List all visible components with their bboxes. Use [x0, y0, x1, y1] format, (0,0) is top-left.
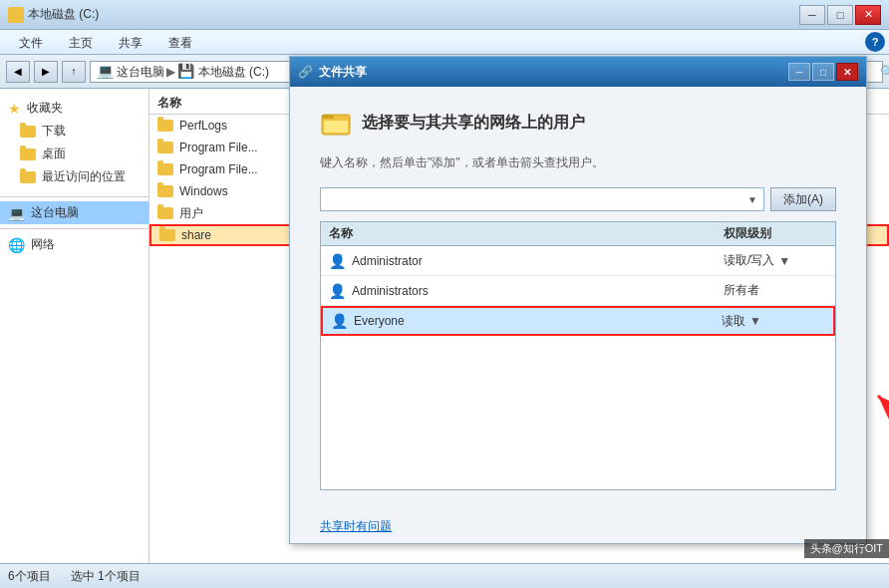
folder-icon	[157, 142, 173, 153]
watermark: 头条@知行OIT	[804, 539, 890, 558]
sidebar-item-network[interactable]: 🌐 网络	[0, 233, 148, 256]
breadcrumb-computer[interactable]: 💻 这台电脑	[97, 63, 164, 81]
folder-icon	[20, 148, 36, 160]
computer-icon: 💻	[8, 205, 25, 221]
table-row-everyone[interactable]: 👤 Everyone 读取 ▼	[321, 306, 835, 336]
watermark-text: 头条@知行OIT	[810, 541, 884, 556]
folder-icon	[20, 171, 36, 183]
window-icon	[8, 7, 24, 23]
star-icon: ★	[8, 101, 21, 117]
window-title: 本地磁盘 (C:)	[28, 6, 99, 23]
table-col-permission: 权限级别	[716, 225, 835, 242]
tab-share[interactable]: 共享	[106, 32, 155, 54]
user-icon: 👤	[329, 283, 346, 299]
breadcrumb-drive[interactable]: 💾 本地磁盘 (C:)	[177, 63, 269, 81]
dialog-title-icon: 🔗	[298, 65, 313, 79]
file-sharing-dialog: 🔗 文件共享 ─ □ ✕ 选择要与其共享的网络上的用户	[289, 56, 867, 544]
sidebar-favorites-label: 收藏夹	[27, 100, 63, 117]
tab-view[interactable]: 查看	[155, 32, 205, 54]
forward-button[interactable]: ▶	[34, 61, 58, 83]
folder-icon	[20, 126, 36, 138]
dialog-heading: 选择要与其共享的网络上的用户	[362, 113, 585, 134]
status-bar: 6个项目 选中 1个项目	[0, 563, 889, 588]
dialog-minimize-button[interactable]: ─	[788, 63, 810, 81]
dropdown-arrow-icon: ▼	[747, 194, 757, 205]
folder-icon	[157, 207, 173, 219]
sidebar-item-thispc[interactable]: 💻 这台电脑	[0, 201, 148, 224]
share-table: 名称 权限级别 👤 Administrator 读取/写入 ▼ 👤	[320, 221, 836, 490]
dialog-maximize-button[interactable]: □	[812, 63, 834, 81]
folder-icon	[159, 229, 175, 241]
selected-count: 选中 1个项目	[71, 568, 141, 585]
back-button[interactable]: ◀	[6, 61, 30, 83]
add-button[interactable]: 添加(A)	[770, 187, 836, 211]
search-icon: 🔍	[880, 65, 889, 79]
tab-home[interactable]: 主页	[56, 32, 106, 54]
title-bar: 本地磁盘 (C:) ─ □ ✕	[0, 0, 889, 30]
dialog-title-text: 文件共享	[319, 64, 367, 81]
dialog-description: 键入名称，然后单击"添加"，或者单击箭头查找用户。	[320, 154, 836, 171]
ribbon: 文件 主页 共享 查看 ?	[0, 30, 889, 55]
user-icon: 👤	[329, 253, 346, 269]
sidebar: ★ 收藏夹 下载 桌面	[0, 89, 149, 563]
close-button[interactable]: ✕	[855, 5, 881, 25]
svg-rect-2	[324, 121, 348, 133]
name-dropdown[interactable]: ▼	[320, 187, 764, 211]
folder-icon	[157, 163, 173, 175]
up-button[interactable]: ↑	[62, 61, 86, 83]
dialog-close-button[interactable]: ✕	[836, 63, 858, 81]
minimize-button[interactable]: ─	[799, 5, 825, 25]
trouble-sharing-link[interactable]: 共享时有问题	[320, 518, 392, 535]
table-row-administrators[interactable]: 👤 Administrators 所有者	[321, 276, 835, 306]
perm-dropdown-icon[interactable]: ▼	[749, 314, 761, 328]
svg-rect-1	[322, 115, 334, 119]
help-button[interactable]: ?	[865, 32, 885, 52]
dialog-title-bar: 🔗 文件共享 ─ □ ✕	[290, 57, 866, 87]
dialog-footer: 共享时有问题	[290, 510, 866, 543]
perm-dropdown-icon[interactable]: ▼	[778, 254, 790, 268]
maximize-button[interactable]: □	[827, 5, 853, 25]
user-icon: 👤	[331, 313, 348, 329]
network-icon: 🌐	[8, 237, 25, 253]
item-count: 6个项目	[8, 568, 51, 585]
table-col-name: 名称	[321, 225, 716, 242]
breadcrumb-sep: ▶	[166, 65, 175, 79]
folder-icon	[157, 185, 173, 197]
tab-file[interactable]: 文件	[6, 32, 56, 54]
sidebar-item-desktop[interactable]: 桌面	[0, 143, 148, 165]
sidebar-item-recent[interactable]: 最近访问的位置	[0, 165, 148, 188]
table-row-administrator[interactable]: 👤 Administrator 读取/写入 ▼	[321, 246, 835, 276]
sidebar-favorites-header: ★ 收藏夹	[0, 97, 148, 120]
sidebar-item-downloads[interactable]: 下载	[0, 120, 148, 143]
folder-icon	[157, 120, 173, 132]
column-name: 名称	[157, 95, 181, 112]
share-icon-box	[320, 107, 352, 139]
